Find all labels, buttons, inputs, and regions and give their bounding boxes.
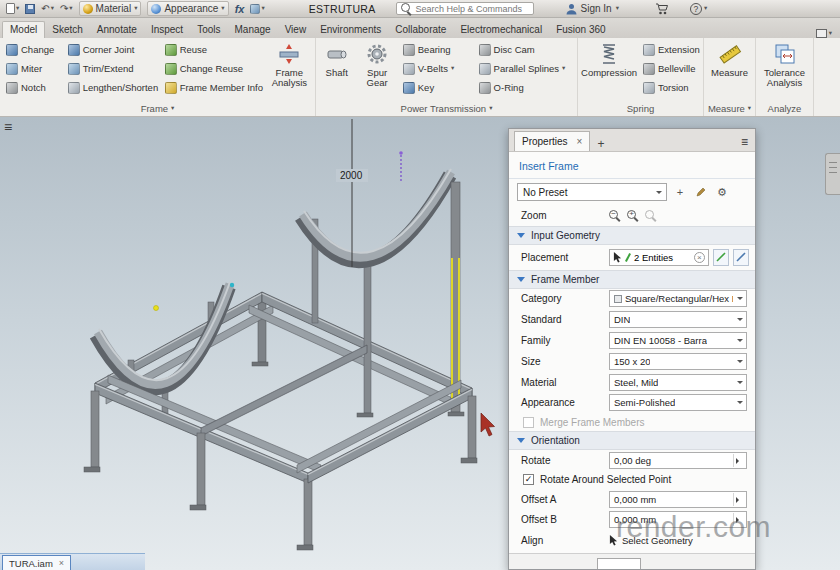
o-ring-button[interactable]: O-Ring xyxy=(476,78,574,97)
help-button[interactable]: ?▾ xyxy=(690,3,707,15)
preset-dropdown[interactable]: No Preset xyxy=(517,183,667,201)
ribbon-group-measure: Measure Measure▾ xyxy=(704,38,756,116)
ribbon: Change Miter Notch Corner Joint Trim/Ext… xyxy=(0,38,840,117)
properties-tab[interactable]: Properties × xyxy=(514,131,590,151)
compression-spring-icon xyxy=(597,42,621,66)
rotate-around-checkbox[interactable]: ✓ xyxy=(523,474,534,485)
trim-extend-button[interactable]: Trim/Extend xyxy=(65,59,159,78)
alternate-geometry-button[interactable] xyxy=(733,249,749,266)
tab-inspect[interactable]: Inspect xyxy=(144,22,190,38)
category-dropdown[interactable]: Square/Rectangular/Hex B xyxy=(609,290,747,307)
clear-selection-icon[interactable]: × xyxy=(694,252,705,263)
user-icon xyxy=(566,3,577,15)
tab-view[interactable]: View xyxy=(278,22,314,38)
shaft-icon xyxy=(325,42,349,66)
zoom-out-icon[interactable]: − xyxy=(609,210,620,221)
reuse-button[interactable]: Reuse xyxy=(162,40,264,59)
v-belts-button[interactable]: V-Belts▾ xyxy=(400,59,473,78)
shaft-button[interactable]: Shaft xyxy=(319,40,354,101)
document-tab[interactable]: TURA.iam × xyxy=(2,555,71,570)
miter-button[interactable]: Miter xyxy=(3,59,62,78)
tab-electromechanical[interactable]: Electromechanical xyxy=(453,22,549,38)
zoom-in-icon[interactable]: + xyxy=(627,210,638,221)
app-menu-button[interactable]: ▾ xyxy=(6,3,19,14)
material-selector[interactable]: Material▾ xyxy=(79,1,142,16)
store-button[interactable] xyxy=(655,3,668,15)
tab-collaborate[interactable]: Collaborate xyxy=(388,22,453,38)
pencil-icon xyxy=(696,187,706,197)
change-reuse-button[interactable]: Change Reuse xyxy=(162,59,264,78)
standard-dropdown[interactable]: DIN xyxy=(609,311,747,328)
measure-button[interactable]: Measure xyxy=(707,40,752,101)
ribbon-display-button[interactable]: ▾ xyxy=(816,29,838,38)
tab-annotate[interactable]: Annotate xyxy=(90,22,144,38)
tab-sketch[interactable]: Sketch xyxy=(45,22,90,38)
collapse-icon xyxy=(517,233,525,238)
category-label: Category xyxy=(521,293,609,304)
sign-in-button[interactable]: Sign In▾ xyxy=(566,3,619,15)
close-icon[interactable]: × xyxy=(59,558,64,568)
appearance-selector[interactable]: Appearance▾ xyxy=(147,1,228,16)
extension-button[interactable]: Extension xyxy=(640,40,698,59)
analyze-group-label: Analyze xyxy=(756,101,813,116)
tab-tools[interactable]: Tools xyxy=(190,22,227,38)
redo-button[interactable]: ↷▾ xyxy=(60,4,73,14)
measure-group-label[interactable]: Measure▾ xyxy=(704,101,755,116)
edit-preset-button[interactable] xyxy=(693,184,709,200)
search-box[interactable]: Search Help & Commands xyxy=(396,2,534,15)
power-transmission-group-label[interactable]: Power Transmission▾ xyxy=(316,101,577,116)
torsion-button[interactable]: Torsion xyxy=(640,78,698,97)
corner-joint-button[interactable]: Corner Joint xyxy=(65,40,159,59)
placement-selection[interactable]: 2 Entities × xyxy=(609,249,709,266)
frame-analysis-button[interactable]: Frame Analysis xyxy=(267,40,312,101)
offset-a-input[interactable]: 0,000 mm xyxy=(609,491,747,508)
placement-label: Placement xyxy=(521,252,609,263)
tab-environments[interactable]: Environments xyxy=(313,22,388,38)
add-tab-button[interactable]: + xyxy=(593,137,608,151)
family-dropdown[interactable]: DIN EN 10058 - Barra xyxy=(609,332,747,349)
family-row: Family DIN EN 10058 - Barra xyxy=(509,330,755,351)
redo-icon: ↷ xyxy=(60,4,68,14)
clipped-side-panel[interactable] xyxy=(825,153,840,195)
parallel-splines-button[interactable]: Parallel Splines▾ xyxy=(476,59,574,78)
extra-tools-button[interactable]: ▾ xyxy=(250,4,264,14)
change-icon xyxy=(6,44,18,56)
frame-member-info-button[interactable]: Frame Member Info xyxy=(162,78,264,97)
undo-button[interactable]: ↶▾ xyxy=(41,4,54,14)
spur-gear-button[interactable]: Spur Gear xyxy=(357,40,396,101)
rotate-input[interactable]: 0,00 deg xyxy=(609,452,747,469)
add-geometry-button[interactable] xyxy=(713,249,729,266)
notch-button[interactable]: Notch xyxy=(3,78,62,97)
section-input-geometry[interactable]: Input Geometry xyxy=(509,226,755,245)
fx-icon: fx xyxy=(235,3,245,15)
change-button[interactable]: Change xyxy=(3,40,62,59)
save-button[interactable] xyxy=(25,4,35,14)
add-preset-button[interactable]: + xyxy=(672,184,688,200)
section-frame-member[interactable]: Frame Member xyxy=(509,270,755,289)
browser-menu-icon[interactable]: ≡ xyxy=(4,120,12,134)
tab-manage[interactable]: Manage xyxy=(227,22,277,38)
belleville-spring-icon xyxy=(643,63,655,75)
material-dropdown[interactable]: Steel, Mild xyxy=(609,374,747,391)
lengthen-shorten-button[interactable]: Lengthen/Shorten xyxy=(65,78,159,97)
appearance-dropdown[interactable]: Semi-Polished xyxy=(609,394,747,411)
panel-menu-icon[interactable]: ≡ xyxy=(741,135,750,151)
bearing-button[interactable]: Bearing xyxy=(400,40,473,59)
compression-button[interactable]: Compression xyxy=(581,40,637,101)
disc-cam-button[interactable]: Disc Cam xyxy=(476,40,574,59)
parameters-button[interactable]: fx xyxy=(235,3,245,15)
belleville-button[interactable]: Belleville xyxy=(640,59,698,78)
frame-group-label[interactable]: Frame▾ xyxy=(0,101,315,116)
watermark: render.com xyxy=(616,510,771,544)
close-icon[interactable]: × xyxy=(577,136,583,147)
preset-settings-button[interactable]: ⚙ xyxy=(714,184,730,200)
tolerance-analysis-button[interactable]: Tolerance Analysis xyxy=(759,40,810,101)
frame-structure[interactable] xyxy=(84,169,477,550)
tab-model[interactable]: Model xyxy=(2,21,45,38)
tab-fusion360[interactable]: Fusion 360 xyxy=(549,22,612,38)
size-dropdown[interactable]: 150 x 20 xyxy=(609,353,747,370)
clipped-control[interactable] xyxy=(597,558,641,570)
key-button[interactable]: Key xyxy=(400,78,473,97)
section-orientation[interactable]: Orientation xyxy=(509,431,755,450)
align-label: Align xyxy=(521,535,609,546)
